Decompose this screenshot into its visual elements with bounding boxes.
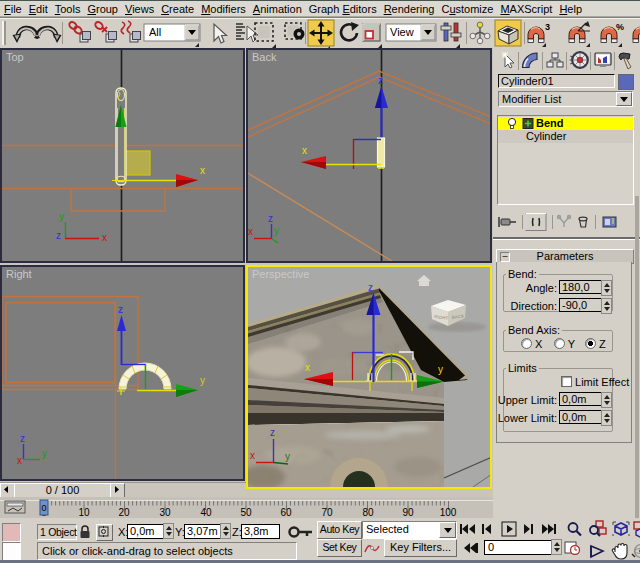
svg-text:x: x: [302, 145, 307, 156]
svg-text:x: x: [17, 455, 22, 466]
svg-text:y: y: [285, 451, 290, 462]
svg-text:0: 0: [41, 503, 46, 513]
svg-text:z: z: [268, 213, 273, 224]
svg-text:y: y: [200, 375, 205, 386]
svg-text:%: %: [616, 22, 624, 32]
svg-text:80: 80: [362, 507, 374, 518]
svg-text:z: z: [56, 230, 61, 241]
svg-text:View: View: [390, 26, 414, 38]
svg-text:z: z: [20, 433, 25, 444]
svg-text:y: y: [42, 448, 47, 459]
svg-text:100: 100: [440, 507, 457, 518]
svg-text:70: 70: [321, 507, 333, 518]
svg-text:60: 60: [280, 507, 292, 518]
svg-text:y: y: [438, 364, 443, 375]
svg-text:z: z: [270, 427, 275, 438]
svg-text:z: z: [118, 304, 123, 315]
svg-text:x: x: [250, 450, 255, 461]
svg-text:y: y: [59, 211, 64, 222]
svg-text:All: All: [149, 26, 161, 38]
svg-text:x: x: [102, 232, 107, 243]
svg-text:20: 20: [118, 507, 130, 518]
svg-text:x: x: [305, 362, 310, 373]
svg-text:40: 40: [200, 507, 212, 518]
svg-text:z: z: [368, 282, 373, 293]
svg-text:x: x: [248, 226, 253, 237]
svg-text:z: z: [378, 75, 383, 86]
svg-text:10: 10: [78, 507, 90, 518]
svg-text:90: 90: [402, 507, 414, 518]
svg-text:y: y: [274, 225, 279, 236]
svg-text:3: 3: [545, 22, 550, 32]
svg-text:50: 50: [240, 507, 252, 518]
svg-text:x: x: [200, 165, 205, 176]
svg-text:30: 30: [159, 507, 171, 518]
